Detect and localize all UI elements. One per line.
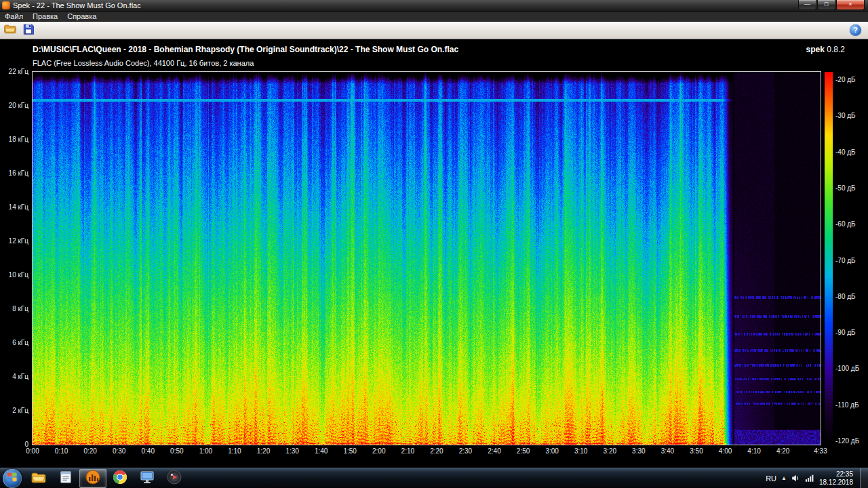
db-tick-label: -110 дБ: [835, 401, 859, 409]
x-tick-label: 3:50: [683, 447, 710, 455]
explorer-folder-icon: [31, 469, 47, 488]
db-tick-label: -90 дБ: [835, 329, 856, 336]
x-tick-label: 3:20: [596, 447, 623, 455]
windows-logo-icon: [7, 472, 18, 485]
window-controls: — □ ×: [797, 0, 865, 10]
db-tick-label: -30 дБ: [835, 112, 856, 119]
y-tick-label: 16 кГц: [0, 169, 28, 177]
x-tick-label: 3:40: [654, 447, 681, 455]
tool-bar: ?: [0, 22, 868, 39]
chrome-icon: [112, 469, 128, 488]
x-tick-label: 0:50: [163, 447, 191, 455]
x-tick-label: 2:30: [452, 447, 479, 455]
db-colorbar: [825, 72, 833, 445]
monitor-icon: [139, 469, 155, 488]
x-tick-label: 1:20: [250, 447, 277, 455]
y-tick-label: 8 кГц: [0, 305, 28, 312]
menu-help[interactable]: Справка: [62, 12, 101, 21]
db-tick-label: -70 дБ: [835, 257, 856, 264]
save-floppy-icon: [22, 23, 35, 38]
taskbar-button-chrome[interactable]: [106, 469, 134, 488]
tray-clock[interactable]: 22:35 18.12.2018: [819, 470, 853, 487]
x-tick-label: 0:10: [48, 447, 75, 455]
taskbar-button-explorer[interactable]: [25, 469, 52, 488]
x-tick-label: 2:50: [510, 447, 537, 455]
x-tick-label: 3:10: [568, 447, 595, 455]
spek-icon: [85, 469, 101, 488]
menu-edit[interactable]: Правка: [28, 12, 62, 21]
app-version: spek 0.8.2: [806, 45, 845, 54]
language-indicator[interactable]: RU: [766, 474, 776, 483]
x-tick-label: 4:33: [807, 447, 834, 455]
x-tick-label: 0:00: [19, 447, 46, 455]
network-icon[interactable]: [805, 474, 814, 483]
y-tick-label: 20 кГц: [0, 102, 28, 109]
x-tick-label: 1:00: [192, 447, 219, 455]
volume-icon[interactable]: [791, 474, 800, 483]
db-tick-label: -50 дБ: [835, 184, 856, 192]
file-path: D:\MUSIC\FLAC\Queen - 2018 - Bohemian Rh…: [33, 45, 458, 54]
desktop: Spek - 22 - The Show Must Go On.flac — □…: [0, 0, 868, 488]
y-tick-label: 14 кГц: [0, 203, 28, 211]
taskbar-button-documents[interactable]: [52, 469, 79, 488]
x-tick-label: 0:20: [77, 447, 104, 455]
x-tick-label: 1:40: [308, 447, 335, 455]
title-bar: Spek - 22 - The Show Must Go On.flac — □…: [0, 0, 868, 12]
taskbar-button-spek[interactable]: [79, 469, 106, 488]
x-tick-label: 4:10: [741, 447, 768, 455]
tray-date: 18.12.2018: [819, 479, 853, 487]
system-tray: RU ▲ 22:35 18.12.2018: [766, 468, 868, 488]
db-tick-label: -20 дБ: [835, 76, 856, 83]
menu-bar: Файл Правка Справка: [0, 12, 868, 22]
x-tick-label: 2:00: [366, 447, 393, 455]
close-button[interactable]: ×: [836, 0, 865, 10]
window-title: Spek - 22 - The Show Must Go On.flac: [13, 0, 141, 11]
y-tick-label: 18 кГц: [0, 136, 28, 143]
taskbar-button-remote-desktop[interactable]: [134, 469, 161, 488]
menu-file[interactable]: Файл: [0, 12, 28, 21]
spectrogram-plot: [32, 71, 821, 445]
app-name: spek: [806, 45, 825, 54]
save-file-button[interactable]: [20, 23, 37, 38]
app-version-number: 0.8.2: [827, 45, 845, 54]
spek-app-icon: [2, 1, 10, 9]
help-button[interactable]: ?: [850, 24, 861, 36]
y-tick-label: 4 кГц: [0, 373, 28, 380]
start-button[interactable]: [3, 469, 22, 488]
colorbar-canvas: [825, 72, 833, 445]
db-tick-label: -120 дБ: [835, 437, 859, 445]
tray-time: 22:35: [819, 470, 853, 479]
taskbar-button-media[interactable]: [161, 469, 188, 488]
db-tick-label: -40 дБ: [835, 148, 856, 156]
spek-main-area: D:\MUSIC\FLAC\Queen - 2018 - Bohemian Rh…: [0, 39, 868, 468]
y-tick-label: 10 кГц: [0, 271, 28, 279]
y-tick-label: 22 кГц: [0, 68, 28, 75]
maximize-button[interactable]: □: [817, 0, 835, 10]
x-tick-label: 0:40: [134, 447, 161, 455]
x-tick-label: 1:50: [336, 447, 363, 455]
y-tick-label: 6 кГц: [0, 339, 28, 346]
x-tick-label: 1:30: [279, 447, 306, 455]
y-tick-label: 2 кГц: [0, 407, 28, 414]
minimize-button[interactable]: —: [798, 0, 816, 10]
open-file-button[interactable]: [2, 23, 18, 38]
x-tick-label: 2:10: [394, 447, 421, 455]
open-folder-icon: [3, 22, 17, 39]
show-desktop-button[interactable]: [860, 468, 868, 488]
windows-taskbar: RU ▲ 22:35 18.12.2018: [0, 468, 868, 488]
x-tick-label: 0:30: [106, 447, 133, 455]
x-tick-label: 3:00: [538, 447, 566, 455]
x-tick-label: 1:10: [221, 447, 248, 455]
x-tick-label: 4:00: [712, 447, 739, 455]
audio-format-info: FLAC (Free Lossless Audio Codec), 44100 …: [33, 59, 254, 67]
spectrogram-canvas: [33, 72, 821, 445]
x-tick-label: 3:30: [625, 447, 652, 455]
db-tick-label: -80 дБ: [835, 293, 856, 300]
y-tick-label: 12 кГц: [0, 237, 28, 245]
db-tick-label: -60 дБ: [835, 220, 856, 228]
x-tick-label: 4:20: [770, 447, 797, 455]
x-tick-label: 2:40: [481, 447, 508, 455]
media-player-icon: [166, 469, 182, 488]
hidden-icons-arrow[interactable]: ▲: [781, 475, 787, 481]
document-window-icon: [58, 470, 73, 487]
